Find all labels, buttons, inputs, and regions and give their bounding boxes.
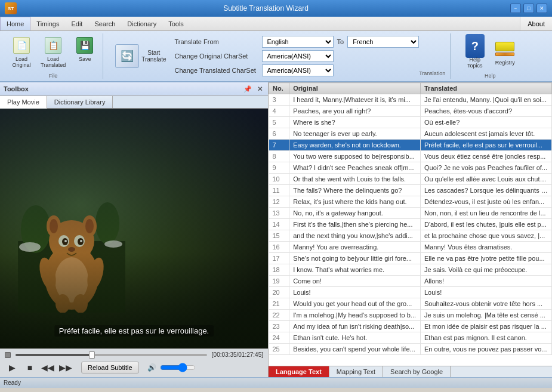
svg-point-2 [95,202,119,244]
table-row[interactable]: 11 The falls? Where the delinquents go? … [269,185,552,196]
table-scroll-container[interactable]: No. Original Translated 3 I heard it, Ma… [269,82,552,366]
translate-to-select[interactable]: French English German [347,36,419,48]
load-original-label: LoadOriginal [12,56,30,68]
tab-language-text[interactable]: Language Text [269,366,329,377]
menu-tools[interactable]: Tools [162,17,190,30]
table-row[interactable]: 5 Where is she? Où est-elle? [269,117,552,128]
stop-button[interactable]: ■ [23,360,37,375]
cell-no: 20 [269,287,289,298]
table-row[interactable]: 22 I'm a molehog.|My head's supposed to … [269,310,552,321]
minimize-button[interactable]: − [510,4,521,13]
close-button[interactable]: ✕ [536,4,547,13]
svg-point-17 [68,247,75,252]
cell-translated: Les cascades? Lorsque les délinquants v.… [421,185,552,196]
cell-translated: Je sais. Voilà ce qui me préoccupe. [421,264,552,276]
volume-icon: 🔊 [147,363,156,372]
svg-point-16 [80,240,82,242]
cell-original: You two were supposed to be|responsib... [289,151,421,162]
table-row[interactable]: 6 No teenager is ever up early. Aucun ad… [269,128,552,140]
menu-timings[interactable]: Timings [30,17,65,30]
table-row[interactable]: 10 Or that she went with Louis to the fa… [269,174,552,185]
tab-play-movie[interactable]: Play Movie [0,96,47,109]
time-display: [00:03:35/01:27:45] [212,351,263,358]
tab-mapping-text[interactable]: Mapping Text [329,366,383,377]
table-row[interactable]: 21 Would you get your head out of the gr… [269,298,552,310]
cell-translated: Aucun adolescent est jamais lever tôt. [421,128,552,140]
menu-bar: Home Timings Edit Search Dictionary Tool… [0,17,552,31]
translation-group-label: Translation [419,70,445,76]
load-original-button[interactable]: 📄 LoadOriginal [8,33,35,70]
table-row[interactable]: 9 What? I didn't see Peaches sneak off|m… [269,162,552,174]
toolbox-panel: Toolbox 📌 ✕ Play Movie Dictionary Librar… [0,82,269,377]
toolbox-header: Toolbox 📌 ✕ [0,82,268,96]
registry-button[interactable]: Registry [492,37,519,68]
toolbox-tabs: Play Movie Dictionary Library [0,96,268,109]
table-row[interactable]: 13 No, no, it's a gateway hangout. Non, … [269,208,552,219]
table-row[interactable]: 3 I heard it, Manny.|Whatever it is, it'… [269,94,552,106]
menu-edit[interactable]: Edit [65,17,88,30]
table-row[interactable]: 17 She's not going to be|your little gir… [269,253,552,264]
registry-label: Registry [495,60,515,66]
load-translated-button[interactable]: 📋 LoadTranslated [37,33,69,70]
table-row[interactable]: 14 First it's the falls,|then she's pier… [269,219,552,230]
progress-start-handle[interactable] [5,352,11,358]
table-row[interactable]: 4 Peaches, are you all right? Peaches, ê… [269,106,552,117]
reload-subtitle-button[interactable]: Reload Subtitle [81,362,139,374]
table-row[interactable]: 25 Besides, you can't spend your whole l… [269,344,552,355]
cell-no: 4 [269,106,289,117]
title-bar: ST Subtitle Translation Wizard − □ ✕ [0,0,552,17]
table-row[interactable]: 15 and the next thing you know,|she's ad… [269,230,552,242]
trans-charset-select[interactable]: America(ANSI) UTF-8 [262,64,334,76]
ribbon: 📄 LoadOriginal 📋 LoadTranslated 💾 Save F… [0,31,552,82]
change-orig-charset-label: Change Original CharSet [175,53,258,60]
table-row[interactable]: 23 And my idea of fun isn't risking deat… [269,321,552,332]
start-translate-button[interactable]: 🔄 StartTranslate [112,42,169,70]
forward-button[interactable]: ▶▶ [58,360,73,375]
toolbox-close-button[interactable]: ✕ [255,84,264,94]
volume-slider[interactable] [160,363,196,372]
cell-translated: Allons! [421,276,552,287]
cell-no: 21 [269,298,289,310]
cell-original: Would you get your head out of the gro..… [289,298,421,310]
rewind-button[interactable]: ◀◀ [41,360,55,375]
table-row[interactable]: 19 Come on! Allons! [269,276,552,287]
table-row[interactable]: 7 Easy warden, she's not on lockdown. Pr… [269,140,552,151]
cell-no: 9 [269,162,289,174]
table-row[interactable]: 24 Ethan isn't cute. He's hot. Ethan est… [269,332,552,344]
tab-dictionary-library[interactable]: Dictionary Library [47,96,113,108]
cell-no: 13 [269,208,289,219]
cell-translated: D'abord, il est les chutes, |puis elle e… [421,219,552,230]
table-row[interactable]: 16 Manny! You are overreacting. Manny! V… [269,242,552,253]
translate-from-select[interactable]: English French German [262,36,334,48]
progress-bar-container: [00:03:35/01:27:45] [5,351,263,358]
table-row[interactable]: 12 Relax, it's just where the kids hang … [269,196,552,208]
menu-search[interactable]: Search [88,17,121,30]
about-button[interactable]: About [520,17,552,30]
orig-charset-select[interactable]: America(ANSI) UTF-8 [262,50,334,62]
toolbox-pin-button[interactable]: 📌 [243,84,252,94]
video-character [12,181,131,313]
svg-point-22 [73,294,88,313]
cell-translated: Préfet facile, elle est pas sur le verro… [421,140,552,151]
menu-home[interactable]: Home [0,17,30,30]
main-content: Toolbox 📌 ✕ Play Movie Dictionary Librar… [0,82,552,377]
cell-translated: Louis! [421,287,552,298]
table-row[interactable]: 18 I know. That's what worries me. Je sa… [269,264,552,276]
video-frame: Préfet facile, elle est pas sur le verro… [0,109,268,348]
table-row[interactable]: 20 Louis! Louis! [269,287,552,298]
cell-translated: Je l'ai entendu, Manny. |Quoi qu'il en s… [421,94,552,106]
tab-search-google[interactable]: Search by Google [383,366,451,377]
maximize-button[interactable]: □ [523,4,534,13]
menu-dictionary[interactable]: Dictionary [121,17,162,30]
svg-point-21 [55,294,70,313]
cell-translated: Vous deux étiez censé être |oncles resp.… [421,151,552,162]
table-row[interactable]: 8 You two were supposed to be|responsib.… [269,151,552,162]
help-topics-button[interactable]: ? HelpTopics [462,34,488,71]
progress-track[interactable] [16,354,207,356]
cell-original: Louis! [289,287,421,298]
save-button[interactable]: 💾 Save [72,33,98,64]
status-text: Ready [4,379,21,386]
progress-handle[interactable] [89,351,95,359]
cell-translated: Manny! Vous êtes dramatises. [421,242,552,253]
play-button[interactable]: ▶ [5,360,19,375]
